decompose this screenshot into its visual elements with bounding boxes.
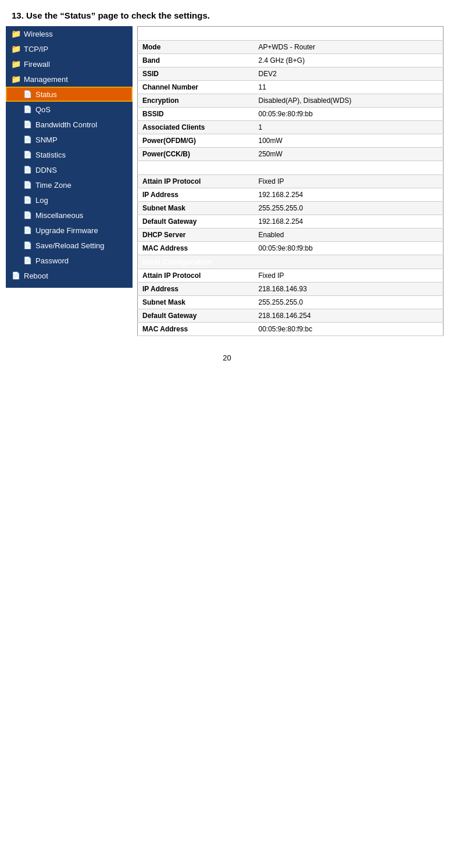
table-cell-label: MAC Address: [138, 242, 254, 255]
table-cell-label: DHCP Server: [138, 228, 254, 242]
sidebar-item-log[interactable]: 📄Log: [6, 192, 133, 208]
sidebar-item-status[interactable]: 📄Status: [6, 87, 133, 102]
sidebar-item-savereload[interactable]: 📄Save/Reload Setting: [6, 238, 133, 253]
table-row: Channel Number11: [138, 81, 444, 94]
sidebar-item-label-ddns: DDNS: [35, 166, 57, 174]
sidebar-item-label-wireless: Wireless: [24, 30, 53, 38]
table-row: SSIDDEV2: [138, 67, 444, 81]
sidebar-item-label-savereload: Save/Reload Setting: [35, 241, 105, 250]
folder-icon: 📁: [10, 59, 21, 69]
table-cell-value: 00:05:9e:80:f9:bc: [254, 323, 444, 336]
sidebar-item-label-management: Management: [24, 75, 68, 84]
table-cell-label: Band: [138, 54, 254, 67]
sidebar-item-firewall[interactable]: 📁Firewall: [6, 56, 133, 72]
page-number: 20: [223, 353, 231, 362]
sidebar-item-label-log: Log: [35, 196, 48, 205]
page-icon: 📄: [10, 270, 21, 281]
table-cell-value: DEV2: [254, 67, 444, 81]
table-cell-value: 255.255.255.0: [254, 296, 444, 309]
sidebar-item-label-status: Status: [35, 90, 57, 99]
content-area: Wireless ConfigurationModeAP+WDS - Route…: [133, 26, 448, 336]
table-row: MAC Address00:05:9e:80:f9:bc: [138, 323, 444, 336]
sidebar-item-timezone[interactable]: 📄Time Zone: [6, 177, 133, 192]
sidebar-item-label-tcpip: TCP/IP: [24, 45, 48, 53]
folder-icon: 📁: [10, 44, 21, 54]
page-footer: 20: [0, 336, 454, 368]
sidebar-item-ddns[interactable]: 📄DDNS: [6, 162, 133, 177]
table-cell-label: Attain IP Protocol: [138, 269, 254, 283]
table-cell-value: 1: [254, 121, 444, 134]
table-row: ModeAP+WDS - Router: [138, 41, 444, 54]
table-cell-label: IP Address: [138, 188, 254, 202]
table-row: Attain IP ProtocolFixed IP: [138, 175, 444, 188]
sidebar-item-label-upgrade: Upgrade Firmware: [35, 226, 98, 235]
sidebar-item-password[interactable]: 📄Password: [6, 253, 133, 268]
table-cell-label: Power(OFDM/G): [138, 134, 254, 148]
config-table: Wireless ConfigurationModeAP+WDS - Route…: [137, 26, 444, 336]
sidebar-item-label-miscellaneous: Miscellaneous: [35, 211, 83, 220]
folder-icon: 📁: [10, 28, 21, 39]
page-icon: 📄: [22, 210, 33, 220]
table-row: Associated Clients1: [138, 121, 444, 134]
table-cell-label: Attain IP Protocol: [138, 175, 254, 188]
table-cell-label: IP Address: [138, 283, 254, 296]
sidebar-item-label-firewall: Firewall: [24, 60, 50, 69]
table-cell-label: Mode: [138, 41, 254, 54]
sidebar-item-management[interactable]: 📁Management: [6, 72, 133, 87]
sidebar-item-label-reboot: Reboot: [24, 272, 48, 280]
sidebar-item-reboot[interactable]: 📄Reboot: [6, 268, 133, 283]
table-cell-label: Channel Number: [138, 81, 254, 94]
table-cell-label: Power(CCK/B): [138, 148, 254, 161]
sidebar-item-statistics[interactable]: 📄Statistics: [6, 147, 133, 162]
table-cell-label: Subnet Mask: [138, 296, 254, 309]
table-cell-label: Encryption: [138, 94, 254, 108]
page-icon: 📄: [22, 149, 33, 160]
table-cell-value: 218.168.146.93: [254, 283, 444, 296]
table-cell-value: Disabled(AP), Disabled(WDS): [254, 94, 444, 108]
page-title: 13. Use the “Status” page to check the s…: [0, 0, 454, 26]
table-row: EncryptionDisabled(AP), Disabled(WDS): [138, 94, 444, 108]
table-cell-label: BSSID: [138, 108, 254, 121]
folder-icon: 📁: [10, 74, 21, 84]
sidebar-item-upgrade[interactable]: 📄Upgrade Firmware: [6, 223, 133, 238]
section-header-wan: WAN Configuration: [138, 255, 444, 269]
table-cell-label: Default Gateway: [138, 215, 254, 228]
sidebar-item-bandwidth[interactable]: 📄Bandwidth Control: [6, 117, 133, 132]
sidebar-item-qos[interactable]: 📄QoS: [6, 102, 133, 117]
table-cell-value: 250mW: [254, 148, 444, 161]
sidebar-item-label-statistics: Statistics: [35, 151, 66, 159]
page-icon: 📄: [22, 104, 33, 115]
table-cell-value: Fixed IP: [254, 269, 444, 283]
table-cell-label: Subnet Mask: [138, 202, 254, 215]
sidebar-item-label-password: Password: [35, 256, 69, 265]
table-cell-value: AP+WDS - Router: [254, 41, 444, 54]
sidebar-item-label-snmp: SNMP: [35, 135, 58, 144]
table-row: Power(CCK/B)250mW: [138, 148, 444, 161]
page-icon: 📄: [22, 180, 33, 190]
sidebar-item-tcpip[interactable]: 📁TCP/IP: [6, 41, 133, 56]
table-cell-label: SSID: [138, 67, 254, 81]
table-cell-label: Associated Clients: [138, 121, 254, 134]
table-row: BSSID00:05:9e:80:f9:bb: [138, 108, 444, 121]
page-header: 13. Use the “Status” page to check the s…: [0, 0, 454, 26]
sidebar-item-snmp[interactable]: 📄SNMP: [6, 132, 133, 147]
sidebar-item-wireless[interactable]: 📁Wireless: [6, 26, 133, 41]
table-row: Attain IP ProtocolFixed IP: [138, 269, 444, 283]
table-cell-value: 2.4 GHz (B+G): [254, 54, 444, 67]
page-icon: 📄: [22, 255, 33, 266]
table-row: Band2.4 GHz (B+G): [138, 54, 444, 67]
table-cell-value: 100mW: [254, 134, 444, 148]
table-cell-value: 00:05:9e:80:f9:bb: [254, 242, 444, 255]
page-icon: 📄: [22, 225, 33, 235]
table-row: IP Address218.168.146.93: [138, 283, 444, 296]
table-row: Power(OFDM/G)100mW: [138, 134, 444, 148]
sidebar-item-label-bandwidth: Bandwidth Control: [35, 120, 97, 129]
page-icon: 📄: [22, 165, 33, 175]
table-cell-value: 192.168.2.254: [254, 188, 444, 202]
table-cell-value: 218.168.146.254: [254, 309, 444, 323]
main-layout: 📁Wireless📁TCP/IP📁Firewall📁Management📄Sta…: [0, 26, 454, 336]
sidebar: 📁Wireless📁TCP/IP📁Firewall📁Management📄Sta…: [6, 26, 133, 288]
sidebar-item-miscellaneous[interactable]: 📄Miscellaneous: [6, 208, 133, 223]
table-row: MAC Address00:05:9e:80:f9:bb: [138, 242, 444, 255]
page-icon: 📄: [22, 240, 33, 251]
